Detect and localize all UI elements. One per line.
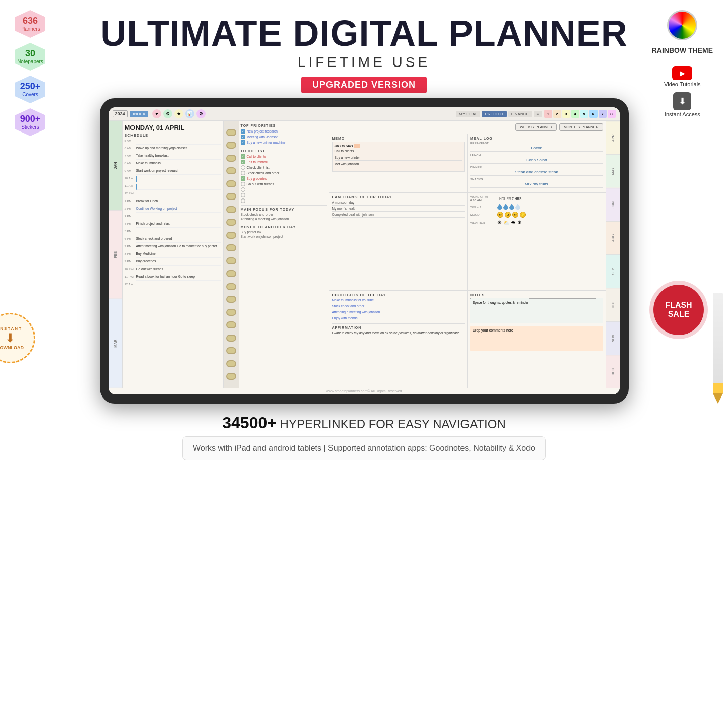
todo-check-9[interactable] (241, 198, 245, 203)
planner-content: JAN FEB MAR MONDAY, 01 APRIL SCHEDULE 5 … (109, 121, 620, 388)
weather-label: WEATHER (470, 221, 495, 224)
nav-year: 2024 (113, 110, 128, 117)
weather-icon-4: ❄ (517, 220, 521, 225)
time-7am: 7 AM (125, 154, 136, 157)
month-mar[interactable]: MAR (109, 299, 122, 388)
todo-check-7[interactable] (241, 187, 245, 192)
nav-icon-star[interactable]: ★ (174, 109, 183, 118)
upgraded-badge: UPGRADED VERSION (301, 77, 427, 93)
title-area: ULTIMATE DIGITAL PLANNER LIFETIME USE UP… (100, 10, 628, 93)
spiral-ring-2 (226, 142, 236, 149)
mood-row: MOOD 😊 😐 😊 😔 (470, 212, 603, 218)
month-oct[interactable]: OCT (606, 288, 620, 321)
priority-check-3[interactable]: ✓ (241, 140, 245, 145)
meal-snacks: SNACKS Mix dry fruits (470, 178, 603, 188)
time-content-2pm: Continue Working on project (136, 207, 221, 213)
time-8pm: 8 PM (125, 252, 136, 255)
spiral-ring-9 (226, 232, 236, 239)
time-content-1pm: Break for lunch (136, 199, 221, 205)
pencil (713, 293, 723, 404)
time-6pm: 6 PM (125, 237, 136, 240)
todo-8 (241, 193, 327, 197)
nav-rtab-list[interactable]: ≡ (534, 111, 542, 117)
hyperlink-number: 34500+ (222, 414, 277, 432)
month-feb[interactable]: FEB (109, 210, 122, 299)
middle-col: TOP PRIORITIES ✓ New project research ✓ … (239, 121, 329, 388)
todo-text-3: Check client list (247, 166, 270, 169)
time-row-5am: 5 AM (125, 139, 221, 146)
rainbow-circle (667, 10, 697, 40)
nav-icon-heart[interactable]: ♥ (152, 109, 161, 118)
tablet: 2024 INDEX ♥ ⚙ ★ 📊 ⚙ MY GOAL PROJECT FIN… (100, 98, 629, 404)
nav-rtab-mygoal[interactable]: MY GOAL (456, 111, 480, 117)
todo-5: ✓ Buy groceries (241, 176, 327, 181)
todo-check-5[interactable]: ✓ (241, 176, 245, 181)
badge-notepapers: 30Notepapers (15, 43, 45, 71)
nav-tab-index[interactable]: INDEX (130, 111, 148, 117)
badge-hex-planners: 636Planners (15, 10, 45, 38)
pencil-tip (713, 393, 723, 404)
num-tab-5[interactable]: 5 (580, 110, 588, 118)
nav-icon-link[interactable]: ⚙ (163, 109, 172, 118)
time-6am: 6 AM (125, 146, 136, 150)
num-tab-4[interactable]: 4 (571, 110, 579, 118)
time-row-9pm: 9 PM Buy groceries (125, 259, 221, 267)
weather-icon-1: ☀ (497, 220, 502, 225)
num-tab-7[interactable]: 7 (599, 110, 607, 118)
nav-right-tabs: MY GOAL PROJECT FINANCE ≡ (456, 111, 542, 117)
month-apr[interactable]: APR (606, 121, 620, 154)
dinner-item: Steak and cheese steak (470, 169, 603, 176)
todo-check-3[interactable] (241, 165, 245, 170)
todo-title: TO DO LIST (241, 149, 327, 153)
spiral-ring-12 (226, 270, 236, 277)
month-jun[interactable]: JUN (606, 188, 620, 221)
month-may[interactable]: MAY (606, 154, 620, 187)
month-sep[interactable]: SEP (606, 254, 620, 288)
main-focus-1: Stock check and order (241, 213, 327, 216)
time-content-7pm: Attent meeting with johnson Go to market… (136, 244, 221, 250)
breakfast-item: Bacon (470, 145, 603, 152)
priority-2: ✓ Meeting with Johnson (241, 135, 327, 139)
time-content-4pm: Finish project and relax (136, 222, 221, 228)
num-tab-1[interactable]: 1 (544, 110, 552, 118)
schedule-title: SCHEDULE (125, 134, 221, 137)
monthly-planner-btn[interactable]: MONTHLY PLANNER (559, 123, 603, 131)
num-tab-3[interactable]: 3 (562, 110, 570, 118)
highlight-2: Stock check and order (332, 304, 465, 309)
todo-check-8[interactable] (241, 193, 245, 197)
meal-title: MEAL LOG (470, 137, 603, 140)
nav-icon-chart[interactable]: 📊 (185, 109, 194, 118)
num-tab-8[interactable]: 8 (608, 110, 616, 118)
instant-arrow: ⬇ (5, 331, 15, 345)
woke-row: WOKE UP AT 6:00 AM HOURS 7 HRS (470, 195, 603, 202)
todo-check-2[interactable]: ✓ (241, 160, 245, 164)
num-tab-6[interactable]: 6 (589, 110, 598, 118)
todo-check-4[interactable] (241, 171, 245, 175)
date-header: MONDAY, 01 APRIL (125, 124, 221, 131)
nav-icon-settings[interactable]: ⚙ (196, 109, 206, 118)
main-title: ULTIMATE DIGITAL PLANNER (100, 15, 628, 51)
divider-3 (241, 223, 327, 223)
nav-rtab-finance[interactable]: FINANCE (508, 111, 532, 117)
priority-text-1: New project research (247, 129, 278, 133)
month-sidebar-left: JAN FEB MAR (109, 121, 123, 388)
priority-check-2[interactable]: ✓ (241, 135, 245, 139)
month-aug[interactable]: AUG (606, 221, 620, 254)
mood-4: 😔 (520, 212, 526, 218)
nav-rtab-project[interactable]: PROJECT (482, 111, 506, 117)
sale-label: SALE (668, 310, 690, 319)
month-jan[interactable]: JAN (109, 121, 122, 210)
priority-check-1[interactable]: ✓ (241, 129, 245, 134)
sticky-text: Drop your comments here (473, 328, 513, 332)
month-nov[interactable]: NOV (606, 321, 620, 355)
month-dec[interactable]: DEC (606, 355, 620, 388)
time-row-12am: 12 AM (125, 282, 221, 289)
weekly-planner-btn[interactable]: WEEKLY PLANNER (515, 123, 557, 131)
todo-check-1[interactable]: ✓ (241, 154, 245, 159)
num-tab-2[interactable]: 2 (553, 110, 561, 118)
time-12am: 12 AM (125, 282, 136, 286)
todo-check-6[interactable] (241, 182, 245, 186)
todo-3: Check client list (241, 165, 327, 170)
weather-row: WEATHER ☀ ⛅ 🌧 ❄ (470, 220, 603, 225)
time-9am: 9 AM (125, 169, 136, 172)
